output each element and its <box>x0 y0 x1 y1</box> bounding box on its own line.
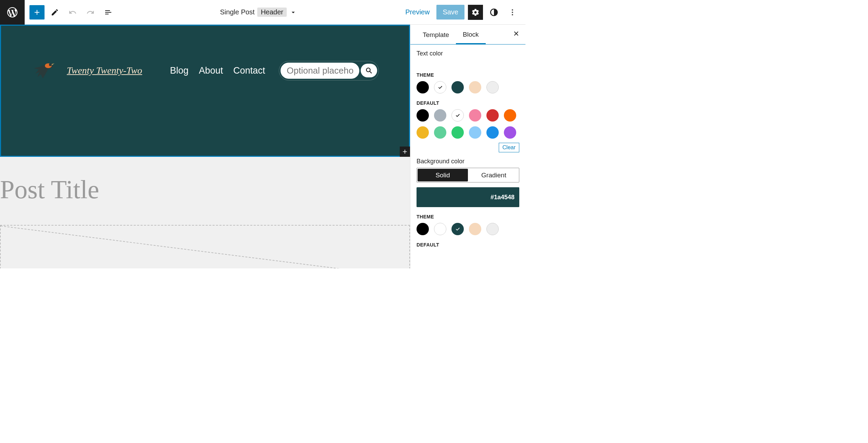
color-swatch[interactable] <box>451 223 464 235</box>
background-color-label: Background color <box>417 158 519 165</box>
check-icon <box>455 113 460 118</box>
nav-item-blog[interactable]: Blog <box>170 65 188 76</box>
color-mode-toggle: Solid Gradient <box>417 168 519 182</box>
color-swatch[interactable] <box>486 81 499 93</box>
chevron-down-icon <box>289 9 297 16</box>
plus-icon <box>401 148 408 155</box>
check-icon <box>455 226 460 232</box>
color-swatch[interactable] <box>486 109 499 122</box>
gradient-mode-button[interactable]: Gradient <box>469 168 519 182</box>
nav-item-about[interactable]: About <box>199 65 223 76</box>
document-title[interactable]: Single Post Header <box>121 8 396 17</box>
default-section-label: DEFAULT <box>417 100 519 106</box>
solid-mode-button[interactable]: Solid <box>418 169 468 181</box>
template-part-badge: Header <box>257 8 287 17</box>
featured-image-placeholder[interactable] <box>0 225 410 268</box>
toolbar-left <box>25 5 121 20</box>
theme-section-label-bg: THEME <box>417 214 519 219</box>
color-swatch[interactable] <box>469 109 481 122</box>
svg-point-2 <box>49 63 52 66</box>
color-swatch[interactable] <box>451 126 464 139</box>
color-swatch[interactable] <box>451 109 464 122</box>
search-input[interactable] <box>281 63 359 79</box>
redo-icon <box>86 8 95 16</box>
navigation[interactable]: Blog About Contact <box>170 65 265 76</box>
color-swatch[interactable] <box>434 109 446 122</box>
color-swatch[interactable] <box>486 126 499 139</box>
doc-type-label: Single Post <box>220 8 255 16</box>
settings-button[interactable] <box>468 5 483 20</box>
theme-section-label: THEME <box>417 72 519 78</box>
header-inner: Twenty Twenty-Two Blog About Contact <box>1 26 409 81</box>
theme-swatches-bg <box>417 223 519 235</box>
color-swatch[interactable] <box>417 81 429 93</box>
plus-icon <box>33 8 41 16</box>
color-swatch[interactable] <box>434 81 446 93</box>
more-options-button[interactable] <box>505 5 520 20</box>
redo-button[interactable] <box>83 5 98 20</box>
undo-button[interactable] <box>65 5 80 20</box>
edit-mode-button[interactable] <box>47 5 62 20</box>
site-title[interactable]: Twenty Twenty-Two <box>67 65 142 76</box>
bird-icon <box>31 60 55 81</box>
search-block[interactable] <box>279 61 379 80</box>
styles-button[interactable] <box>486 5 501 20</box>
header-block[interactable]: Twenty Twenty-Two Blog About Contact <box>0 25 410 157</box>
list-view-icon <box>104 8 112 16</box>
pencil-icon <box>51 8 59 16</box>
hex-value: #1a4548 <box>491 194 514 201</box>
preview-button[interactable]: Preview <box>402 5 433 19</box>
wordpress-logo-button[interactable] <box>0 0 25 25</box>
color-swatch[interactable] <box>469 126 481 139</box>
undo-icon <box>69 8 77 16</box>
default-swatches-text-r2 <box>417 126 519 139</box>
add-block-button[interactable] <box>29 5 45 20</box>
color-swatch[interactable] <box>451 81 464 93</box>
post-title-placeholder[interactable]: Post Title <box>0 157 410 225</box>
search-icon <box>365 67 373 74</box>
settings-sidebar: Template Block Text color THEME DEFAULT … <box>410 25 525 268</box>
gear-icon <box>471 8 480 16</box>
background-color-readout[interactable]: #1a4548 <box>417 187 519 207</box>
color-swatch[interactable] <box>486 223 499 235</box>
default-swatches-text-r1 <box>417 109 519 122</box>
text-color-label: Text color <box>417 50 519 57</box>
check-icon <box>437 85 443 90</box>
clear-text-color-button[interactable]: Clear <box>499 143 519 152</box>
color-swatch[interactable] <box>417 223 429 235</box>
wordpress-icon <box>6 6 18 18</box>
default-section-label-bg: DEFAULT <box>417 242 519 248</box>
color-swatch[interactable] <box>469 223 481 235</box>
color-swatch[interactable] <box>504 109 516 122</box>
theme-swatches-text <box>417 81 519 93</box>
custom-color-picker[interactable] <box>417 60 519 65</box>
dot-icon <box>512 9 513 11</box>
color-swatch[interactable] <box>504 126 516 139</box>
top-toolbar: Single Post Header Preview Save <box>0 0 525 25</box>
color-swatch[interactable] <box>469 81 481 93</box>
insert-block-button[interactable] <box>400 147 410 157</box>
color-swatch[interactable] <box>434 223 446 235</box>
color-swatch[interactable] <box>434 126 446 139</box>
color-swatch[interactable] <box>417 126 429 139</box>
site-logo[interactable] <box>31 60 55 81</box>
toolbar-right: Preview Save <box>396 5 525 20</box>
editor-canvas[interactable]: Twenty Twenty-Two Blog About Contact Pos… <box>0 25 410 268</box>
close-icon <box>512 30 520 37</box>
workspace: Twenty Twenty-Two Blog About Contact Pos… <box>0 25 525 268</box>
text-color-panel: Text color THEME DEFAULT Clear Backgroun… <box>410 45 525 256</box>
tab-block[interactable]: Block <box>456 25 485 45</box>
list-view-button[interactable] <box>101 5 116 20</box>
close-sidebar-button[interactable] <box>512 30 520 39</box>
sidebar-tabs: Template Block <box>410 25 525 45</box>
color-swatch[interactable] <box>417 109 429 122</box>
nav-item-contact[interactable]: Contact <box>233 65 265 76</box>
styles-icon <box>489 8 498 17</box>
save-button[interactable]: Save <box>436 5 464 20</box>
svg-line-4 <box>370 72 372 73</box>
search-button[interactable] <box>361 64 377 77</box>
tab-template[interactable]: Template <box>416 26 456 43</box>
